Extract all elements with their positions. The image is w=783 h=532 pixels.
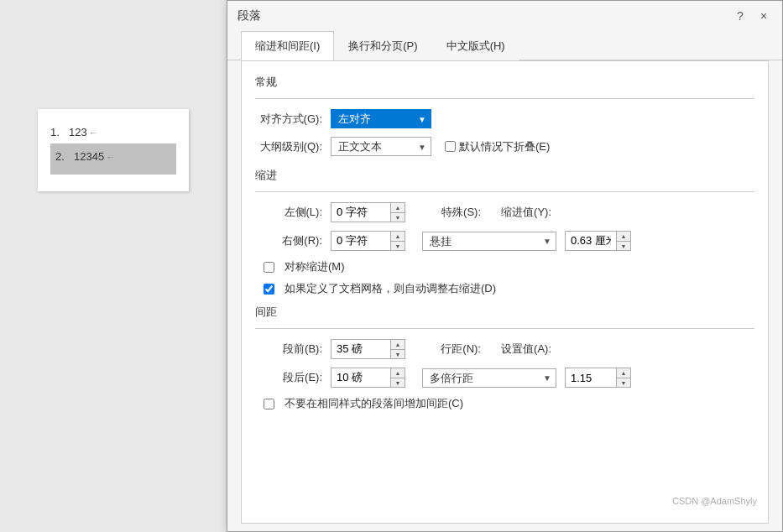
- document-preview-area: 1. 123 ← 2. 12345 ←: [0, 0, 227, 532]
- no-add-space-label: 不要在相同样式的段落间增加间距(C): [284, 396, 463, 411]
- spacing-before-down[interactable]: ▼: [391, 349, 405, 358]
- line-spacing-select-wrapper: 单倍行距 1.5 倍行距 2 倍行距 最小值 固定值 多倍行距 ▼: [422, 368, 556, 388]
- doc-item-2-text: 12345: [74, 150, 104, 163]
- indent-val-spinner-buttons: ▲ ▼: [616, 232, 630, 250]
- section-indent-divider: [255, 191, 754, 192]
- auto-adjust-label: 如果定义了文档网格，则自动调整右缩进(D): [284, 281, 496, 296]
- document-page: 1. 123 ← 2. 12345 ←: [38, 109, 189, 191]
- close-button[interactable]: ×: [755, 8, 772, 24]
- indent-right-up[interactable]: ▲: [391, 232, 405, 241]
- spacing-after-spinner-buttons: ▲ ▼: [390, 368, 405, 387]
- special-label: 特殊(S):: [422, 205, 489, 220]
- doc-item-2: 2. 12345 ←: [55, 150, 171, 163]
- no-add-space-row: 不要在相同样式的段落间增加间距(C): [264, 396, 754, 411]
- spacing-after-down[interactable]: ▼: [391, 378, 405, 387]
- line-spacing-select-wrapper-outer: 单倍行距 1.5 倍行距 2 倍行距 最小值 固定值 多倍行距 ▼: [422, 368, 556, 388]
- setting-val-spinner-outer: ▲ ▼: [565, 368, 631, 388]
- indent-right-spinner-buttons: ▲ ▼: [390, 232, 405, 250]
- section-spacing: 间距 段前(B): ▲ ▼ 行距(N): 设置值(A): 段后(E):: [255, 305, 754, 411]
- alignment-select[interactable]: 左对齐 居中 右对齐 两端对齐 分散对齐: [331, 109, 431, 128]
- spacing-before-up[interactable]: ▲: [391, 340, 405, 349]
- section-general-divider: [255, 98, 754, 99]
- spacing-after-label: 段后(E):: [255, 370, 331, 385]
- indent-left-row: 左侧(L): ▲ ▼ 特殊(S): 缩进值(Y):: [255, 202, 754, 222]
- indent-right-row: 右侧(R): ▲ ▼ (无) 首行 悬挂 ▼: [255, 231, 754, 251]
- tab-indent-spacing[interactable]: 缩进和间距(I): [241, 31, 334, 60]
- indent-right-label: 右侧(R):: [255, 233, 331, 248]
- tab-line-page[interactable]: 换行和分页(P): [334, 31, 431, 60]
- paragraph-dialog: 段落 ? × 缩进和间距(I) 换行和分页(P) 中文版式(H) 常规 对齐方式…: [227, 0, 783, 532]
- auto-adjust-row: 如果定义了文档网格，则自动调整右缩进(D): [264, 281, 754, 296]
- spacing-before-row: 段前(B): ▲ ▼ 行距(N): 设置值(A):: [255, 339, 754, 359]
- auto-adjust-checkbox[interactable]: [264, 284, 274, 295]
- doc-item-2-num: 2.: [55, 150, 74, 163]
- section-indent-label: 缩进: [255, 168, 754, 183]
- section-spacing-divider: [255, 328, 754, 329]
- doc-item-2-arrow: ←: [106, 152, 115, 162]
- indent-val-down[interactable]: ▼: [617, 241, 630, 250]
- special-select-wrapper: (无) 首行 悬挂 ▼: [422, 232, 556, 251]
- doc-item-1-text: 123: [69, 126, 87, 138]
- collapse-label: 默认情况下折叠(E): [459, 139, 550, 154]
- setting-val-down[interactable]: ▼: [617, 378, 630, 387]
- dialog-title: 段落: [238, 8, 261, 23]
- indent-left-up[interactable]: ▲: [391, 203, 405, 212]
- section-indent: 缩进 左侧(L): ▲ ▼ 特殊(S): 缩进值(Y): 右侧(R):: [255, 168, 754, 251]
- indent-left-spinner-buttons: ▲ ▼: [390, 203, 405, 222]
- line-spacing-label: 行距(N):: [422, 342, 489, 357]
- indent-right-down[interactable]: ▼: [391, 241, 405, 250]
- spacing-after-input[interactable]: [331, 368, 390, 387]
- dialog-body: 常规 对齐方式(G): 左对齐 居中 右对齐 两端对齐 分散对齐 ▼ 大纲级别(…: [241, 60, 769, 524]
- indent-val-up[interactable]: ▲: [617, 232, 630, 241]
- indent-val-spinner: ▲ ▼: [565, 231, 631, 251]
- outline-row: 大纲级别(Q): 正文文本 1 级 2 级 ▼ 默认情况下折叠(E): [255, 137, 754, 156]
- alignment-row: 对齐方式(G): 左对齐 居中 右对齐 两端对齐 分散对齐 ▼: [255, 109, 754, 128]
- outline-select[interactable]: 正文文本 1 级 2 级: [331, 137, 431, 156]
- spacing-before-spinner: ▲ ▼: [331, 339, 405, 359]
- setting-label: 设置值(A):: [489, 342, 556, 357]
- spacing-after-spinner: ▲ ▼: [331, 368, 405, 388]
- spacing-before-spinner-buttons: ▲ ▼: [390, 340, 405, 358]
- section-spacing-label: 间距: [255, 305, 754, 320]
- setting-val-up[interactable]: ▲: [617, 368, 630, 378]
- spacing-before-input[interactable]: [331, 340, 390, 358]
- spacing-after-row: 段后(E): ▲ ▼ 单倍行距 1.5 倍行距 2 倍行距 最小值: [255, 368, 754, 388]
- indent-left-input[interactable]: [331, 203, 390, 222]
- collapse-checkbox[interactable]: [445, 141, 456, 152]
- tab-bar: 缩进和间距(I) 换行和分页(P) 中文版式(H): [227, 31, 782, 60]
- setting-val-spinner-buttons: ▲ ▼: [616, 368, 630, 387]
- setting-val-input[interactable]: [566, 368, 616, 387]
- doc-item-1-arrow: ←: [89, 128, 98, 138]
- line-spacing-select[interactable]: 单倍行距 1.5 倍行距 2 倍行距 最小值 固定值 多倍行距: [422, 368, 556, 388]
- indent-left-down[interactable]: ▼: [391, 212, 405, 222]
- indent-val-label: 缩进值(Y):: [489, 205, 556, 220]
- special-select-wrapper-outer: (无) 首行 悬挂 ▼: [422, 232, 556, 251]
- section-general-label: 常规: [255, 75, 754, 90]
- sym-indent-row: 对称缩进(M): [264, 259, 754, 274]
- setting-val-spinner: ▲ ▼: [565, 368, 631, 388]
- spacing-after-up[interactable]: ▲: [391, 368, 405, 378]
- indent-left-spinner: ▲ ▼: [331, 202, 405, 222]
- indent-right-input[interactable]: [331, 232, 390, 250]
- spacing-before-label: 段前(B):: [255, 342, 331, 357]
- outline-select-wrapper: 正文文本 1 级 2 级 ▼: [331, 137, 431, 156]
- indent-val-spinner-outer: ▲ ▼: [565, 231, 631, 251]
- sym-indent-label: 对称缩进(M): [284, 259, 345, 274]
- no-add-space-checkbox[interactable]: [264, 399, 274, 409]
- help-button[interactable]: ?: [732, 8, 749, 24]
- dialog-controls: ? ×: [732, 8, 772, 24]
- alignment-select-wrapper: 左对齐 居中 右对齐 两端对齐 分散对齐 ▼: [331, 109, 431, 128]
- alignment-label: 对齐方式(G):: [255, 112, 331, 127]
- doc-item-1: 1. 123 ←: [50, 126, 176, 138]
- special-select[interactable]: (无) 首行 悬挂: [422, 232, 556, 251]
- tab-chinese-style[interactable]: 中文版式(H): [432, 31, 519, 60]
- indent-left-label: 左侧(L):: [255, 205, 331, 220]
- indent-val-input[interactable]: [566, 232, 616, 250]
- indent-right-spinner: ▲ ▼: [331, 231, 405, 251]
- watermark: CSDN @AdamShyly: [672, 496, 757, 506]
- dialog-titlebar: 段落 ? ×: [227, 1, 782, 31]
- doc-item-1-num: 1.: [50, 126, 69, 138]
- sym-indent-checkbox[interactable]: [264, 262, 274, 273]
- doc-item-2-selected: 2. 12345 ←: [50, 143, 176, 175]
- outline-label: 大纲级别(Q):: [255, 139, 331, 154]
